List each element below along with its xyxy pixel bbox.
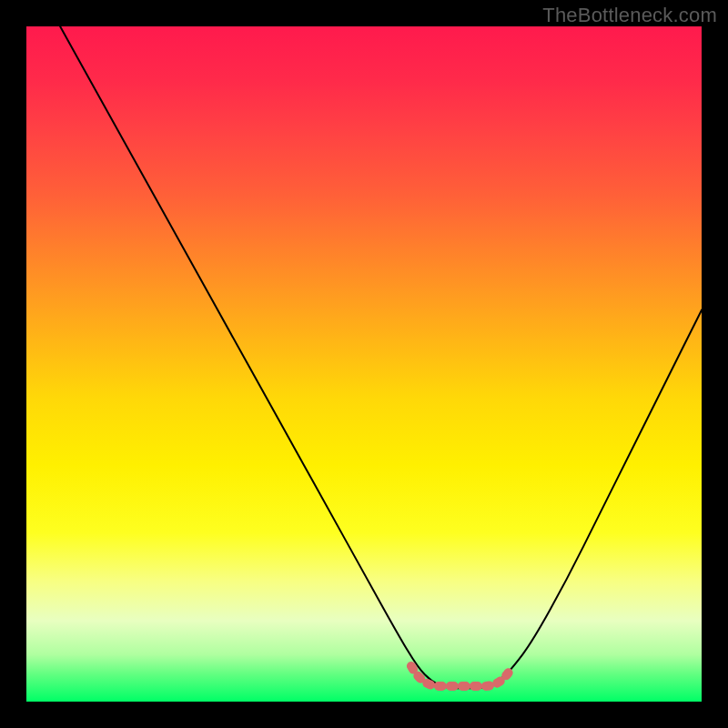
chart-plot-area (26, 26, 702, 702)
chart-svg (26, 26, 702, 702)
watermark-text: TheBottleneck.com (542, 4, 717, 27)
bottleneck-curve-line (60, 26, 702, 688)
